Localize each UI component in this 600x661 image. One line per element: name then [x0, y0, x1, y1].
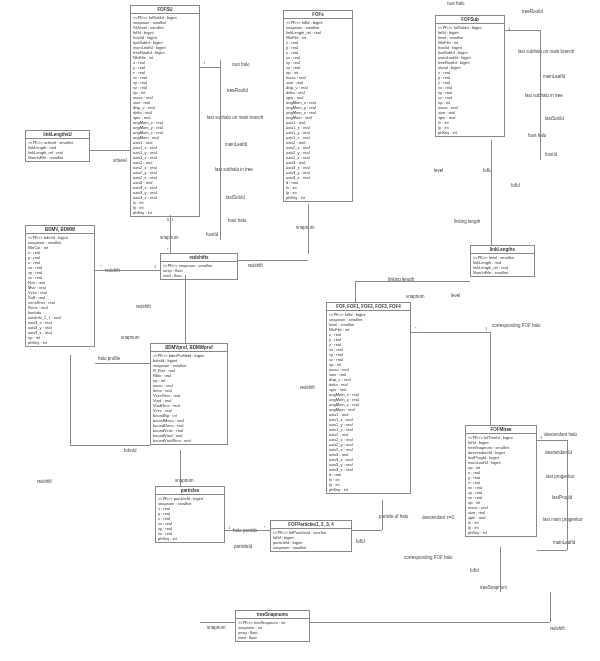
- label-redshift-5: redshift: [37, 479, 52, 484]
- entity-fofmtree: FOFMtree <<PK>> fofTreeId : bigintfofId …: [465, 425, 537, 537]
- connector: [500, 547, 501, 592]
- connector: [355, 281, 356, 302]
- entity-attrs-bdmv: <<PK>> bdmId : bigintsnapnum : smallintN…: [26, 234, 94, 346]
- label-snapnum-4: snapnum: [121, 335, 140, 340]
- connector: [70, 355, 71, 445]
- card: *: [264, 525, 266, 530]
- entity-title: linkLengthsU: [26, 131, 89, 139]
- connector: [537, 550, 567, 551]
- entity-fof1234: FOF, FOF1, FOF2, FOF3, FOF4 <<PK>> fofId…: [326, 302, 411, 494]
- label-particle-of-halo: particle of halo: [379, 514, 408, 519]
- attr: zred : float: [238, 635, 307, 640]
- entity-title: FOFParticles1, 2, 3, 4: [271, 521, 351, 529]
- attr: boundVradRms : real: [153, 438, 225, 443]
- label-level: level: [434, 168, 443, 173]
- entity-title: treeSnapnums: [236, 611, 309, 619]
- entity-attrs-fof1234: <<PK>> fofId : bigintsnapnum : smallintl…: [327, 311, 410, 493]
- entity-treesnapnums: treeSnapnums <<PK>> treeSnapnum : intsna…: [235, 610, 310, 642]
- entity-linklengths: linkLengths <<PK>> level : smallintlinkL…: [470, 245, 535, 277]
- connector: [238, 260, 308, 261]
- connector: [220, 60, 221, 240]
- entity-bdmv-bdmw: BDMV, BDMW <<PK>> bdmId : bigintsnapnum …: [25, 225, 95, 347]
- entity-particles: particles <<PK>> particleId : bigintsnap…: [155, 486, 225, 543]
- label-linking-length-2: linking length: [454, 219, 480, 224]
- card: *: [415, 326, 417, 331]
- label-host-halo-2: host halo: [528, 133, 546, 138]
- label-tree-snapnum: treeSnapnum: [480, 585, 507, 590]
- entity-attrs-treesnapnums: <<PK>> treeSnapnum : intsnapnum : intaex…: [236, 619, 309, 641]
- connector: [352, 530, 382, 531]
- connector: [505, 30, 540, 31]
- entity-attrs-particles: <<PK>> particleId : bigintsnapnum : smal…: [156, 495, 224, 542]
- entity-attrs-redshifts: <<PK>> snapnum : smallintaexp : floatzre…: [161, 262, 237, 279]
- label-last-sub-main-2: last subhalo on main branch: [518, 49, 574, 54]
- connector: [355, 281, 470, 282]
- label-last-sub-tree-2: last subhalo in tree: [525, 93, 563, 98]
- connector: [411, 332, 491, 333]
- label-descendant-halo: descendant halo: [544, 432, 577, 437]
- connector: [567, 440, 568, 550]
- connector: [95, 363, 150, 364]
- label-redshift-6: redshift: [550, 626, 565, 631]
- card: 1: [540, 435, 542, 440]
- label-snapnum-3: snapnum: [406, 294, 425, 299]
- entity-fofsu: FOFSU <<PK>> fofSubId : bigintsnapnum : …: [130, 5, 200, 217]
- label-treerootid: treeRootId: [227, 88, 248, 93]
- label-fofid-4: fofId: [470, 568, 479, 573]
- label-fofid-2: fofId: [511, 183, 520, 188]
- label-mainleafid-2: mainLeafId: [543, 74, 565, 79]
- label-fofid-3: fofId: [356, 539, 365, 544]
- entity-fofparticles: FOFParticles1, 2, 3, 4 <<PK>> fofParticl…: [270, 520, 352, 552]
- entity-title: FOFs: [284, 11, 352, 19]
- card: 1: [485, 326, 487, 331]
- attr: phKey : int: [28, 340, 92, 345]
- label-level-2: level: [451, 293, 460, 298]
- card: 0..1: [167, 217, 174, 222]
- label-corresponding-fof: corresponding FOF halo: [492, 323, 541, 328]
- connector: [550, 592, 551, 622]
- card: 1: [508, 26, 510, 31]
- entity-fofs: FOFs <<PK>> fofId : bigintsnapnum : smal…: [283, 10, 353, 202]
- connector: [180, 450, 181, 486]
- label-snapnum-2: snapnum: [296, 225, 315, 230]
- attr: phKey : int: [133, 210, 197, 215]
- connector: [200, 67, 220, 68]
- entity-fofsub: FOFSub <<PK>> fofSubId : bigintfofId : b…: [435, 15, 505, 137]
- attr: snapnum : smallint: [273, 545, 349, 550]
- label-redshift-3: redshift: [300, 385, 315, 390]
- entity-attrs-fofsu: <<PK>> fofSubId : bigintsnapnum : smalli…: [131, 14, 199, 216]
- label-lastsubid-2: lastSubId: [545, 116, 564, 121]
- label-sclevel: sclevel: [113, 158, 127, 163]
- label-descendant-z0: descendant z=0: [422, 515, 454, 520]
- entity-attrs-linklengths: <<PK>> level : smallintlinkLength : real…: [471, 254, 534, 276]
- label-mainleafid-3: mainLeafId: [553, 540, 575, 545]
- entity-title: BDMV, BDMW: [26, 226, 94, 234]
- label-root-halo: root halo: [232, 62, 250, 67]
- connector: [70, 445, 150, 446]
- connector: [537, 440, 567, 441]
- connector: [490, 332, 491, 425]
- entity-redshifts: redshifts <<PK>> snapnum : smallintaexp …: [160, 253, 238, 280]
- attr: phKey : int: [468, 530, 534, 535]
- label-bdmid: bdmId: [124, 448, 137, 453]
- entity-title: BDMVprof, BDMWprof: [151, 344, 227, 352]
- card: *: [167, 247, 169, 252]
- label-snapnum-5: snapnum: [175, 478, 194, 483]
- entity-attrs-bdmvprof: <<PK>> bdmProfileId : bigintbdmId : bigi…: [151, 352, 227, 444]
- connector: [95, 270, 160, 271]
- entity-linklengthsu: linkLengthsU <<PK>> sclevel : smallintli…: [25, 130, 90, 162]
- attr: phKey : int: [286, 195, 350, 200]
- entity-attrs-fofmtree: <<PK>> fofTreeId : bigintfofId : bigintt…: [466, 434, 536, 536]
- label-last-sub-main: last subhalo on main branch: [207, 115, 263, 120]
- entity-title: linkLengths: [471, 246, 534, 254]
- entity-title: FOFSU: [131, 6, 199, 14]
- label-root-halo-2: root halo: [447, 1, 465, 6]
- label-particleid: particleId: [234, 544, 252, 549]
- attr: phKey : int: [438, 130, 502, 135]
- entity-title: FOF, FOF1, FOF2, FOF3, FOF4: [327, 303, 410, 311]
- card: 1: [228, 525, 230, 530]
- label-lastprogid: lastProgId: [552, 495, 572, 500]
- card: 1: [203, 60, 205, 65]
- card: *: [100, 264, 102, 269]
- card: 1: [154, 264, 156, 269]
